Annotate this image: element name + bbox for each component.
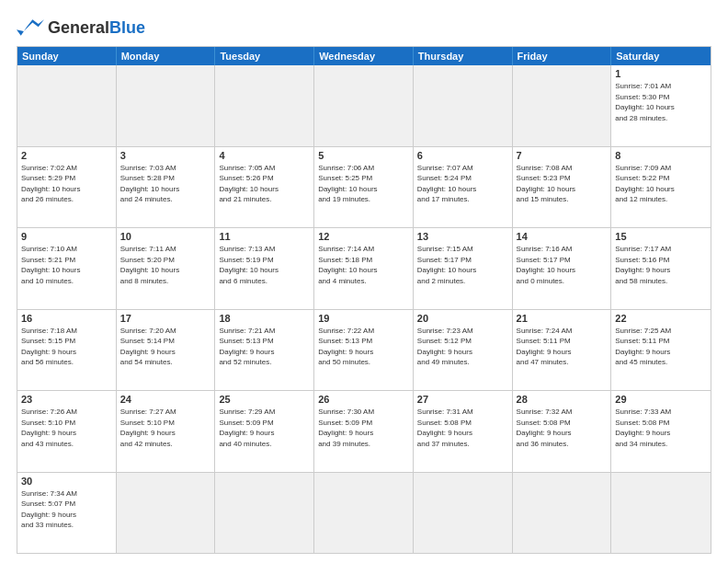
sun-info: Sunrise: 7:22 AM Sunset: 5:13 PM Dayligh… [318,326,409,368]
calendar-cell [513,65,612,146]
calendar-cell: 7Sunrise: 7:08 AM Sunset: 5:23 PM Daylig… [513,147,612,228]
day-number: 29 [615,394,707,405]
calendar-row: 30Sunrise: 7:34 AM Sunset: 5:07 PM Dayli… [17,472,711,554]
weekday-header: Wednesday [314,47,414,65]
calendar-cell: 11Sunrise: 7:13 AM Sunset: 5:19 PM Dayli… [215,228,314,309]
sun-info: Sunrise: 7:29 AM Sunset: 5:09 PM Dayligh… [219,407,310,449]
calendar-cell: 22Sunrise: 7:25 AM Sunset: 5:11 PM Dayli… [611,310,711,391]
calendar-body: 1Sunrise: 7:01 AM Sunset: 5:30 PM Daylig… [17,65,711,553]
calendar-cell: 8Sunrise: 7:09 AM Sunset: 5:22 PM Daylig… [611,147,711,228]
day-number: 14 [517,231,608,242]
day-number: 17 [120,313,211,324]
sun-info: Sunrise: 7:32 AM Sunset: 5:08 PM Dayligh… [517,407,608,449]
calendar-cell: 10Sunrise: 7:11 AM Sunset: 5:20 PM Dayli… [117,228,216,309]
sun-info: Sunrise: 7:24 AM Sunset: 5:11 PM Dayligh… [517,326,608,368]
weekday-header: Tuesday [215,47,314,65]
calendar-cell: 9Sunrise: 7:10 AM Sunset: 5:21 PM Daylig… [17,228,117,309]
day-number: 1 [615,68,707,79]
sun-info: Sunrise: 7:06 AM Sunset: 5:25 PM Dayligh… [318,163,409,205]
day-number: 24 [120,394,211,405]
sun-info: Sunrise: 7:26 AM Sunset: 5:10 PM Dayligh… [21,407,112,449]
calendar-cell: 18Sunrise: 7:21 AM Sunset: 5:13 PM Dayli… [215,310,314,391]
sun-info: Sunrise: 7:09 AM Sunset: 5:22 PM Dayligh… [615,163,707,205]
svg-marker-0 [24,19,44,31]
sun-info: Sunrise: 7:31 AM Sunset: 5:08 PM Dayligh… [417,407,508,449]
sun-info: Sunrise: 7:20 AM Sunset: 5:14 PM Dayligh… [120,326,211,368]
day-number: 21 [517,313,608,324]
day-number: 5 [318,150,409,161]
calendar-cell: 21Sunrise: 7:24 AM Sunset: 5:11 PM Dayli… [513,310,612,391]
calendar-cell: 3Sunrise: 7:03 AM Sunset: 5:28 PM Daylig… [117,147,216,228]
day-number: 18 [219,313,310,324]
calendar-cell: 16Sunrise: 7:18 AM Sunset: 5:15 PM Dayli… [17,310,117,391]
calendar-cell: 19Sunrise: 7:22 AM Sunset: 5:13 PM Dayli… [314,310,414,391]
calendar-row: 2Sunrise: 7:02 AM Sunset: 5:29 PM Daylig… [17,146,711,228]
calendar-cell [314,65,414,146]
day-number: 26 [318,394,409,405]
calendar-cell [117,65,216,146]
day-number: 27 [417,394,508,405]
svg-marker-1 [17,29,24,35]
page-header: GeneralBlue [17,17,711,39]
day-number: 12 [318,231,409,242]
sun-info: Sunrise: 7:18 AM Sunset: 5:15 PM Dayligh… [21,326,112,368]
calendar-cell: 2Sunrise: 7:02 AM Sunset: 5:29 PM Daylig… [17,147,117,228]
sun-info: Sunrise: 7:27 AM Sunset: 5:10 PM Dayligh… [120,407,211,449]
calendar-cell: 23Sunrise: 7:26 AM Sunset: 5:10 PM Dayli… [17,391,117,472]
day-number: 25 [219,394,310,405]
day-number: 9 [21,231,112,242]
calendar-cell: 27Sunrise: 7:31 AM Sunset: 5:08 PM Dayli… [414,391,513,472]
calendar-row: 23Sunrise: 7:26 AM Sunset: 5:10 PM Dayli… [17,390,711,472]
day-number: 15 [615,231,707,242]
calendar-cell [215,473,314,554]
day-number: 30 [21,476,112,487]
day-number: 28 [517,394,608,405]
day-number: 22 [615,313,707,324]
sun-info: Sunrise: 7:10 AM Sunset: 5:21 PM Dayligh… [21,244,112,286]
day-number: 2 [21,150,112,161]
day-number: 3 [120,150,211,161]
sun-info: Sunrise: 7:14 AM Sunset: 5:18 PM Dayligh… [318,244,409,286]
calendar-cell: 17Sunrise: 7:20 AM Sunset: 5:14 PM Dayli… [117,310,216,391]
day-number: 10 [120,231,211,242]
sun-info: Sunrise: 7:15 AM Sunset: 5:17 PM Dayligh… [417,244,508,286]
sun-info: Sunrise: 7:01 AM Sunset: 5:30 PM Dayligh… [615,81,707,123]
day-number: 4 [219,150,310,161]
day-number: 16 [21,313,112,324]
calendar-row: 16Sunrise: 7:18 AM Sunset: 5:15 PM Dayli… [17,309,711,391]
sun-info: Sunrise: 7:25 AM Sunset: 5:11 PM Dayligh… [615,326,707,368]
calendar-cell: 20Sunrise: 7:23 AM Sunset: 5:12 PM Dayli… [414,310,513,391]
calendar-cell [17,65,117,146]
day-number: 20 [417,313,508,324]
day-number: 6 [417,150,508,161]
weekday-header: Sunday [17,47,117,65]
logo-text: GeneralBlue [48,18,145,38]
day-number: 7 [517,150,608,161]
day-number: 19 [318,313,409,324]
calendar-cell: 5Sunrise: 7:06 AM Sunset: 5:25 PM Daylig… [314,147,414,228]
weekday-header: Saturday [611,47,711,65]
sun-info: Sunrise: 7:16 AM Sunset: 5:17 PM Dayligh… [517,244,608,286]
calendar-cell: 24Sunrise: 7:27 AM Sunset: 5:10 PM Dayli… [117,391,216,472]
calendar-cell: 15Sunrise: 7:17 AM Sunset: 5:16 PM Dayli… [611,228,711,309]
sun-info: Sunrise: 7:02 AM Sunset: 5:29 PM Dayligh… [21,163,112,205]
calendar-cell: 13Sunrise: 7:15 AM Sunset: 5:17 PM Dayli… [414,228,513,309]
logo-icon [17,17,44,39]
calendar-cell: 29Sunrise: 7:33 AM Sunset: 5:08 PM Dayli… [611,391,711,472]
calendar-row: 9Sunrise: 7:10 AM Sunset: 5:21 PM Daylig… [17,227,711,309]
calendar-header: SundayMondayTuesdayWednesdayThursdayFrid… [17,47,711,65]
sun-info: Sunrise: 7:08 AM Sunset: 5:23 PM Dayligh… [517,163,608,205]
logo: GeneralBlue [17,17,145,39]
weekday-header: Friday [513,47,612,65]
calendar-cell: 1Sunrise: 7:01 AM Sunset: 5:30 PM Daylig… [611,65,711,146]
calendar-cell: 14Sunrise: 7:16 AM Sunset: 5:17 PM Dayli… [513,228,612,309]
day-number: 11 [219,231,310,242]
calendar-cell [414,473,513,554]
calendar-cell: 30Sunrise: 7:34 AM Sunset: 5:07 PM Dayli… [17,473,117,554]
day-number: 8 [615,150,707,161]
day-number: 23 [21,394,112,405]
calendar-cell [215,65,314,146]
calendar-cell: 4Sunrise: 7:05 AM Sunset: 5:26 PM Daylig… [215,147,314,228]
calendar-cell [513,473,612,554]
sun-info: Sunrise: 7:17 AM Sunset: 5:16 PM Dayligh… [615,244,707,286]
